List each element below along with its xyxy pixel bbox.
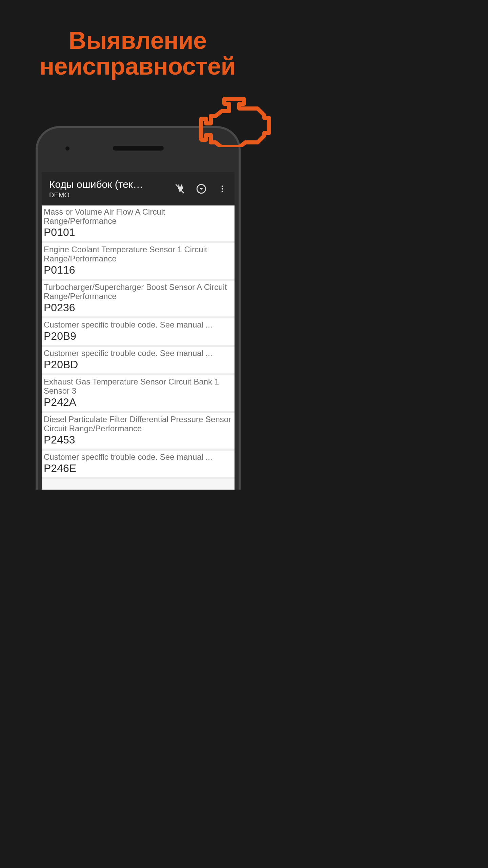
hero-line-1: Выявление [69,27,207,54]
error-code-row[interactable]: Customer specific trouble code. See manu… [42,451,235,479]
error-code-value: P242A [44,396,232,408]
check-engine-icon [197,96,272,147]
error-code-description: Mass or Volume Air Flow A Circuit Range/… [44,208,232,226]
error-code-row[interactable]: Customer specific trouble code. See manu… [42,318,235,347]
error-code-description: Customer specific trouble code. See manu… [44,453,232,462]
phone-camera-dot [65,146,69,151]
svg-point-2 [222,188,223,190]
error-code-row[interactable]: Mass or Volume Air Flow A Circuit Range/… [42,205,235,243]
error-code-row[interactable]: Exhaust Gas Temperature Sensor Circuit B… [42,375,235,413]
error-code-row[interactable]: Diesel Particulate Filter Differential P… [42,413,235,451]
error-code-value: P20B9 [44,330,232,342]
error-code-value: P246E [44,462,232,474]
error-code-description: Customer specific trouble code. See manu… [44,320,232,330]
error-code-value: P0236 [44,302,232,314]
error-code-description: Engine Coolant Temperature Sensor 1 Circ… [44,245,232,263]
phone-side-button [239,271,241,291]
error-code-row[interactable]: Engine Coolant Temperature Sensor 1 Circ… [42,243,235,281]
error-code-value: P20BD [44,359,232,371]
app-bar-subtitle: DEMO [49,191,169,199]
error-code-description: Customer specific trouble code. See manu… [44,349,232,358]
error-codes-list[interactable]: Mass or Volume Air Flow A Circuit Range/… [42,205,235,490]
hero-line-2: неисправностей [40,53,236,80]
phone-mockup: Коды ошибок (текущие) DEMO Mass or Volum… [36,126,241,490]
hero-title: Выявление неисправностей [0,28,275,79]
overflow-menu-icon[interactable] [213,179,232,198]
app-bar: Коды ошибок (текущие) DEMO [42,172,235,205]
svg-point-1 [222,185,223,187]
error-code-description: Exhaust Gas Temperature Sensor Circuit B… [44,377,232,396]
error-code-description: Turbocharger/Supercharger Boost Sensor A… [44,283,232,301]
error-code-row[interactable]: Customer specific trouble code. See manu… [42,347,235,375]
error-code-value: P2453 [44,434,232,446]
error-code-value: P0116 [44,264,232,276]
connection-off-icon[interactable] [171,179,190,198]
app-bar-title: Коды ошибок (текущие) [49,179,147,191]
error-code-description: Diesel Particulate Filter Differential P… [44,415,232,433]
app-bar-titles: Коды ошибок (текущие) DEMO [49,179,169,199]
error-code-row[interactable]: Turbocharger/Supercharger Boost Sensor A… [42,281,235,318]
svg-point-3 [222,191,223,192]
phone-side-button-2 [239,294,241,321]
dropdown-circle-icon[interactable] [192,179,211,198]
phone-speaker [113,146,164,151]
error-code-value: P0101 [44,226,232,238]
app-screen: Коды ошибок (текущие) DEMO Mass or Volum… [42,172,235,490]
